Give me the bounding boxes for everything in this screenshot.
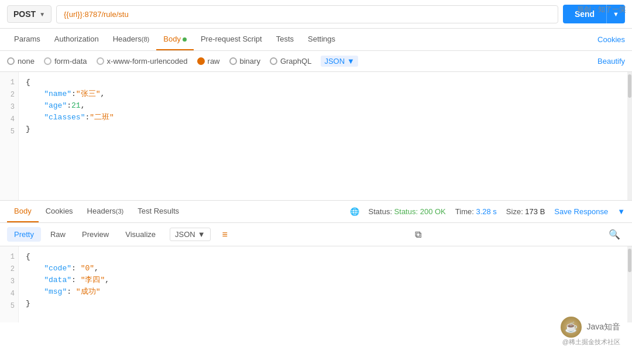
response-status: 🌐 Status: Status: 200 OK Time: 3.28 s Si… xyxy=(350,207,625,216)
watermark-icon: ☕ xyxy=(561,317,582,338)
radio-binary[interactable]: binary xyxy=(229,57,260,66)
resp-code-line-2: "code": "0", xyxy=(26,263,625,274)
radio-binary-circle xyxy=(229,57,237,65)
body-active-dot xyxy=(183,37,187,42)
url-input[interactable] xyxy=(56,5,558,23)
radio-form-data-circle xyxy=(44,57,51,65)
method-select[interactable]: POST ▼ xyxy=(7,5,51,23)
request-line-numbers: 1 2 3 4 5 xyxy=(0,72,19,200)
radio-form-data[interactable]: form-data xyxy=(44,57,87,66)
resp-code-line-4: "msg": "成功" xyxy=(26,286,625,298)
resp-tab-headers[interactable]: Headers(3) xyxy=(80,201,131,222)
globe-icon: 🌐 xyxy=(350,207,359,216)
watermark-text: Java知音 xyxy=(586,322,620,332)
request-code-content[interactable]: { "name":"张三", "age":21, "classes":"二班" … xyxy=(19,72,632,200)
cookies-link[interactable]: Cookies xyxy=(597,35,625,44)
code-line-3: "age":21, xyxy=(26,100,625,112)
request-tabs-row: Params Authorization Headers(8) Body Pre… xyxy=(0,29,632,51)
resp-code-line-3: "data": "李四", xyxy=(26,274,625,286)
resp-json-chevron-icon: ▼ xyxy=(198,230,205,239)
radio-graphql-circle xyxy=(270,57,277,65)
resp-format-pretty[interactable]: Pretty xyxy=(7,227,41,242)
resp-json-select[interactable]: JSON ▼ xyxy=(170,228,211,241)
request-scrollbar-thumb xyxy=(628,74,631,98)
resp-tab-test-results[interactable]: Test Results xyxy=(130,201,186,222)
beautify-button[interactable]: Beautify xyxy=(597,57,625,66)
radio-urlencoded[interactable]: x-www-form-urlencoded xyxy=(97,57,188,66)
tab-authorization[interactable]: Authorization xyxy=(47,29,106,50)
radio-graphql[interactable]: GraphQL xyxy=(270,57,311,66)
watermark: ☕ Java知音 @稀土掘金技术社区 xyxy=(561,317,620,346)
radio-raw-circle xyxy=(197,57,205,65)
method-label: POST xyxy=(13,9,36,19)
response-format-row: Pretty Raw Preview Visualize JSON ▼ ≡ ⧉ … xyxy=(0,223,632,246)
response-scrollbar[interactable] xyxy=(627,246,632,322)
json-chevron-icon: ▼ xyxy=(347,57,355,66)
resp-code-line-5: } xyxy=(26,298,625,310)
resp-tab-cookies[interactable]: Cookies xyxy=(39,201,80,222)
tab-body[interactable]: Body xyxy=(156,29,194,50)
radio-none-circle xyxy=(7,57,15,65)
status-badge: Status: Status: 200 OK xyxy=(369,207,446,216)
radio-raw[interactable]: raw xyxy=(197,57,220,66)
size-info: Size: 173 B xyxy=(506,207,545,216)
code-line-1: { xyxy=(26,77,625,88)
response-code-content[interactable]: { "code": "0", "data": "李四", "msg": "成功"… xyxy=(19,246,632,322)
resp-format-visualize[interactable]: Visualize xyxy=(118,227,163,242)
tab-settings[interactable]: Settings xyxy=(301,29,342,50)
time-info: Time: 3.28 s xyxy=(455,207,497,216)
watermark-sub: @稀土掘金技术社区 xyxy=(562,338,620,346)
tab-params[interactable]: Params xyxy=(7,29,47,50)
response-editor[interactable]: 1 2 3 4 5 { "code": "0", "data": "李四", "… xyxy=(0,246,632,322)
resp-tab-body[interactable]: Body xyxy=(7,201,39,222)
json-type-select[interactable]: JSON ▼ xyxy=(321,56,358,67)
response-scrollbar-thumb xyxy=(628,249,631,272)
code-line-2: "name":"张三", xyxy=(26,88,625,100)
request-editor[interactable]: 1 2 3 4 5 { "name":"张三", "age":21, "clas… xyxy=(0,72,632,201)
save-response-button[interactable]: Save Response xyxy=(554,207,608,216)
tab-tests[interactable]: Tests xyxy=(269,29,301,50)
origin-tag: 原创：知了一笑 xyxy=(577,5,626,15)
copy-icon[interactable]: ⧉ xyxy=(410,227,426,242)
response-line-numbers: 1 2 3 4 5 xyxy=(0,246,19,322)
request-scrollbar[interactable] xyxy=(627,72,632,200)
code-line-4: "classes":"二班" xyxy=(26,112,625,123)
watermark-logo: ☕ Java知音 xyxy=(561,317,620,338)
response-tabs-row: Body Cookies Headers(3) Test Results 🌐 S… xyxy=(0,201,632,223)
search-icon[interactable]: 🔍 xyxy=(604,226,625,242)
method-chevron-icon: ▼ xyxy=(39,11,45,18)
radio-urlencoded-circle xyxy=(97,57,104,65)
resp-format-preview[interactable]: Preview xyxy=(75,227,116,242)
body-type-row: none form-data x-www-form-urlencoded raw… xyxy=(0,51,632,72)
tab-headers[interactable]: Headers(8) xyxy=(106,29,157,50)
resp-format-raw[interactable]: Raw xyxy=(43,227,73,242)
top-bar: POST ▼ Send ▼ xyxy=(0,0,632,29)
radio-none[interactable]: none xyxy=(7,57,35,66)
save-response-chevron-icon[interactable]: ▼ xyxy=(617,207,625,216)
code-line-5: } xyxy=(26,123,625,135)
filter-icon[interactable]: ≡ xyxy=(218,227,232,242)
resp-code-line-1: { xyxy=(26,251,625,263)
tab-pre-request[interactable]: Pre-request Script xyxy=(194,29,269,50)
